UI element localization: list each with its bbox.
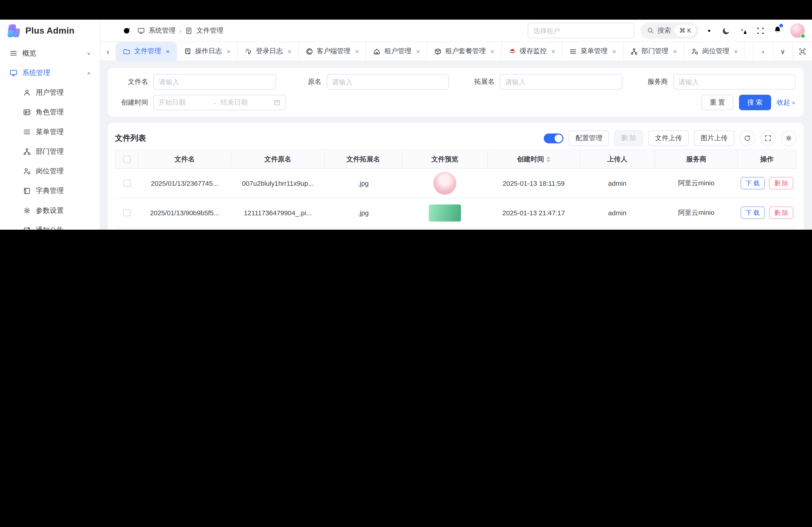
column-label: 创建时间 (517, 154, 544, 164)
tab-close-icon[interactable]: × (416, 47, 420, 55)
topbar: 系统管理 › 文件管理 搜索 ⌘ K (100, 20, 812, 42)
table-refresh-button[interactable] (740, 131, 755, 146)
column-header-文件原名: 文件原名 (231, 150, 324, 169)
sidebar-item-角色管理[interactable]: 角色管理 (5, 104, 95, 120)
chevron-up-icon: ∧ (792, 100, 796, 105)
tab-租户套餐管理[interactable]: 租户套餐管理× (427, 42, 502, 61)
notifications-bell[interactable] (773, 25, 782, 36)
column-header-文件名: 文件名 (138, 150, 231, 169)
breadcrumb-item[interactable]: 系统管理 (149, 26, 175, 35)
row-checkbox[interactable] (123, 209, 130, 216)
sidebar-item-通知公告[interactable]: 通知公告 (5, 222, 95, 230)
config-manage-button[interactable]: 配置管理 (569, 131, 609, 146)
row-delete-button[interactable]: 删 除 (769, 177, 794, 189)
tab-文件管理[interactable]: 文件管理× (116, 42, 177, 61)
row-delete-button[interactable]: 删 除 (769, 207, 794, 219)
column-header-文件预览: 文件预览 (402, 150, 488, 169)
tab-close-icon[interactable]: × (734, 47, 738, 55)
tab-客户端管理[interactable]: 客户端管理× (299, 42, 366, 61)
tab-字典管理[interactable]: 字典管理× (745, 42, 753, 61)
filter-input-服务商[interactable] (673, 74, 796, 90)
refresh-icon[interactable] (122, 26, 131, 35)
filter-label: 原名 (289, 77, 321, 86)
tab-close-icon[interactable]: × (288, 47, 291, 55)
hamburger-menu-icon[interactable] (107, 26, 116, 35)
tab-租户管理[interactable]: 租户管理× (366, 42, 427, 61)
collapse-filters-link[interactable]: 收起∧ (777, 98, 795, 107)
sidebar-item-用户管理[interactable]: 用户管理 (5, 84, 95, 101)
tenant-select-input[interactable] (527, 23, 634, 38)
image-upload-button[interactable]: 图片上传 (694, 131, 735, 146)
sidebar-item-菜单管理[interactable]: 菜单管理 (5, 124, 95, 140)
file-upload-button[interactable]: 文件上传 (648, 131, 688, 146)
tabs-scroll-right-button[interactable]: › (753, 42, 772, 61)
tabs-dropdown-button[interactable]: ∨ (773, 42, 792, 61)
sort-icons[interactable] (546, 156, 550, 162)
tab-登录日志[interactable]: 登录日志× (238, 42, 299, 61)
table-settings-button[interactable] (781, 131, 796, 146)
content-fullscreen-button[interactable] (792, 42, 812, 61)
settings-icon[interactable] (705, 26, 714, 35)
column-header-创建时间[interactable]: 创建时间 (488, 150, 580, 169)
app-name: Plus Admin (26, 26, 75, 36)
created-time: 2025-01-13 18:11:59 (488, 168, 580, 198)
sidebar-item-参数设置[interactable]: 参数设置 (5, 202, 95, 219)
user-avatar[interactable] (791, 23, 805, 37)
config-toggle-switch[interactable] (544, 133, 564, 143)
sidebar-item-系统管理[interactable]: 系统管理∧ (5, 65, 95, 81)
delete-button[interactable]: 删 除 (614, 131, 643, 146)
filter-row-2: 创建时间 开始日期 → 结束日期 重 置 搜 索 (116, 95, 795, 110)
filter-input-原名[interactable] (327, 74, 449, 90)
row-checkbox[interactable] (123, 180, 130, 187)
date-range-picker[interactable]: 开始日期 → 结束日期 (154, 95, 286, 110)
sidebar-item-部门管理[interactable]: 部门管理 (5, 144, 95, 160)
tab-label: 租户套餐管理 (445, 47, 485, 56)
filter-input-拓展名[interactable] (500, 74, 622, 90)
tab-菜单管理[interactable]: 菜单管理× (563, 42, 623, 61)
reset-button[interactable]: 重 置 (701, 95, 733, 110)
breadcrumb-item[interactable]: 文件管理 (197, 26, 223, 35)
filter-input-文件名[interactable] (154, 74, 276, 90)
sidebar-item-label: 系统管理 (22, 68, 82, 77)
search-button[interactable]: 搜 索 (739, 95, 771, 110)
sidebar-item-概览[interactable]: 概览∨ (5, 45, 95, 62)
tab-close-icon[interactable]: × (673, 47, 677, 55)
download-button[interactable]: 下 载 (740, 177, 765, 189)
global-search-button[interactable]: 搜索 ⌘ K (640, 22, 698, 39)
language-translate-icon[interactable] (739, 26, 748, 35)
tab-close-icon[interactable]: × (355, 47, 359, 55)
gear-icon (23, 207, 31, 215)
monitor-icon (137, 27, 145, 34)
logo-icon (7, 24, 21, 37)
fullscreen-icon[interactable] (756, 26, 765, 35)
sidebar-item-岗位管理[interactable]: 岗位管理 (5, 163, 95, 179)
tab-close-icon[interactable]: × (166, 47, 170, 55)
column-label: 文件名 (175, 154, 195, 164)
preview-image-green-illustration-banner[interactable] (429, 204, 461, 221)
tab-close-icon[interactable]: × (490, 47, 494, 55)
table-fullscreen-button[interactable] (760, 131, 776, 146)
preview-cell (402, 198, 488, 227)
table-row: 2025/01/14/1f5e67ab...微信截图_2024070317...… (115, 227, 796, 230)
preview-cell (402, 168, 488, 198)
tabs-scroll-left-button[interactable]: ‹ (100, 42, 116, 61)
tab-close-icon[interactable]: × (227, 47, 231, 55)
download-button[interactable]: 下 载 (740, 207, 765, 219)
dark-mode-moon-icon[interactable] (722, 26, 731, 35)
file-name: 2025/01/13/2367745... (138, 168, 231, 198)
preview-image-pink-plush-rabbit[interactable] (434, 172, 456, 195)
client-icon (305, 47, 313, 55)
idcard-icon (23, 108, 31, 117)
tab-缓存监控[interactable]: 缓存监控× (502, 42, 563, 61)
app-logo[interactable]: Plus Admin (0, 20, 100, 42)
table-body: 2025/01/13/2367745...007u2bluly1hrr11x9u… (115, 168, 796, 230)
tab-操作日志[interactable]: 操作日志× (177, 42, 238, 61)
sidebar-item-字典管理[interactable]: 字典管理 (5, 183, 95, 199)
tab-close-icon[interactable]: × (612, 47, 616, 55)
cube-icon (434, 47, 441, 55)
select-all-checkbox[interactable] (123, 155, 130, 163)
tab-部门管理[interactable]: 部门管理× (623, 42, 684, 61)
sidebar-item-label: 部门管理 (35, 147, 90, 156)
tab-close-icon[interactable]: × (551, 47, 555, 55)
tab-岗位管理[interactable]: 岗位管理× (684, 42, 745, 61)
